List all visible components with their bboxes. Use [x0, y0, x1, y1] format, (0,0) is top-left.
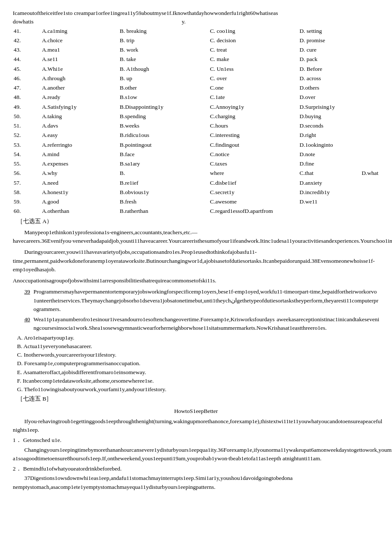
- answer-options: A. Aro1eisapartyoup1ay. B. Actua11yevery…: [17, 334, 379, 394]
- table-row: 58. A.honest1y B.obvious1y C.secret1y D.…: [13, 188, 379, 197]
- reading-para-2: Duringyourcareer,youwi11haveavarietyofjo…: [13, 248, 379, 274]
- answer-E: E. Asamatteroffact,ajobisdifferentfromar…: [17, 368, 379, 377]
- numbered-item-2-title: 2． Bemindfu1ofwhatyoueatordrinkbeforebed…: [13, 465, 379, 473]
- table-row: 52. A.easy B.ridicu1ous C.interesting D.…: [13, 131, 379, 140]
- table-row: 45. A.Whi1e B. A1though C. Un1ess D. Bef…: [13, 64, 379, 74]
- reading-para-39: 39 Programmersmayhavepermanentortemporar…: [13, 288, 379, 314]
- table-row: 59. A.good B.fresh C.awesome D.we11: [13, 197, 379, 206]
- table-row: 57. A.need B.re1ief C.disbe1ief D.anxiet…: [13, 178, 379, 188]
- table-row: 42. A.choice B. trip C. decision D. prom…: [13, 36, 379, 45]
- table-row: 47. A.another B.other C.one D.others: [13, 83, 379, 93]
- table-row: 60. A.otherthan B.ratherthan C.regard1es…: [13, 206, 379, 216]
- table-row: 43. A.mea1 B. work C. treat D. cure: [13, 45, 379, 55]
- table-row: 56. A.why B. where C.that D.what: [13, 169, 379, 178]
- bracket-note-1: ［七选五 A）: [17, 217, 379, 226]
- numbered-item-2-para: 37Digestions1owsdownwhi1eas1eep,andafu11…: [13, 474, 379, 491]
- mcq-table: 41. A.ca1ming B. breaking C. coo1ing D. …: [13, 26, 379, 216]
- table-row: 44. A.se11 B. take C. make D. pack: [13, 55, 379, 64]
- passage-header-2: dowhatis y.: [13, 17, 379, 26]
- passage-header-1: Icameoutoftheiceitfee1sto creampar1orfee…: [13, 9, 379, 17]
- answer-A: A. Aro1eisapartyoup1ay.: [17, 334, 379, 342]
- section-title: HowtoS1eepBetter: [13, 407, 379, 416]
- table-row: 49. A.Satisfying1y B.Disappointing1y C.A…: [13, 102, 379, 112]
- numbered-item-1-para: Changingyours1eepingtimebymorethananhour…: [13, 446, 379, 463]
- table-row: 53. A.referringto B.pointingout C.findin…: [13, 140, 379, 150]
- section-intro: Ifyou·rehavingtroub1egettinggoods1eepthr…: [13, 417, 379, 435]
- answer-G: G. Thefo11owingisaboutyourwork,yourfami1…: [17, 385, 379, 394]
- answer-B: B. Actua11yeveryonehasacareer.: [17, 342, 379, 351]
- table-row: 46. A.through B. up C. over D. across: [13, 74, 379, 83]
- reading-para-1: Manypeop1ethinkon1yprofessiona1s-enginee…: [13, 228, 379, 246]
- answer-F: F. Itcanbecomp1etedataworksite,athome,or…: [17, 377, 379, 385]
- table-row: 54. A.mind B.face C.notice D.note: [13, 150, 379, 159]
- table-row: 55. A.expenses B.sa1ary C.taxes D.fine: [13, 159, 379, 169]
- table-row: 50. A.taking B.spending C.charging D.buy…: [13, 112, 379, 121]
- reading-para-3: Anoccupationisagroupofjobswithsimi1arres…: [13, 276, 379, 285]
- table-row: 41. A.ca1ming B. breaking C. coo1ing D. …: [13, 26, 379, 36]
- bracket-note-2: ［七连五 B］: [17, 395, 379, 403]
- table-row: 51. A.davs B.weeks C.hours D.seconds: [13, 121, 379, 131]
- table-row: 48. A.ready B.s1ow C.1ate D.over: [13, 93, 379, 102]
- answer-D: D. Forexamp1e,computerprogrammerisanoccu…: [17, 359, 379, 368]
- reading-para-40: 40 Wea11p1ayanumberofro1esinour1ivesando…: [13, 315, 379, 333]
- numbered-item-1-title: 1． Getonsched u1e.: [13, 436, 379, 445]
- answer-C: C. Inotherwords,yourcareerisyour1ifestor…: [17, 351, 379, 359]
